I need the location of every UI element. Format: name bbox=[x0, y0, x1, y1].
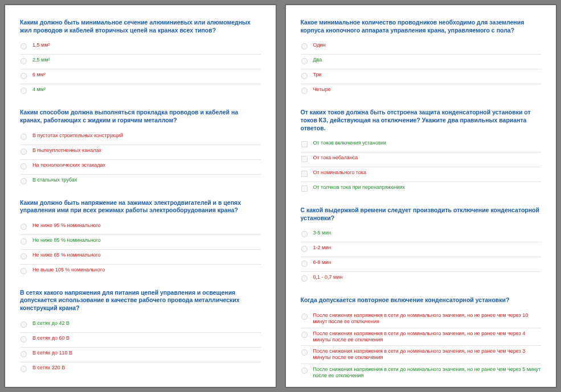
option-label: Не ниже 85 % номинального bbox=[32, 237, 261, 244]
radio-icon[interactable] bbox=[20, 320, 32, 330]
option-row: 2,5 мм² bbox=[20, 55, 261, 69]
option-label: Не ниже 65 % номинального bbox=[32, 252, 261, 258]
page-1: Каким должно быть минимальное сечение ал… bbox=[5, 5, 276, 387]
radio-icon[interactable] bbox=[20, 72, 32, 81]
option-list: 3-5 мин 1-2 мин 6-8 мин 0,1 - 0,7 мин bbox=[301, 228, 542, 286]
option-row: В сетях до 42 В bbox=[20, 318, 261, 333]
option-list: 1,5 мм² 2,5 мм² 6 мм² 4 мм² bbox=[20, 40, 261, 98]
question-title: В сетях какого напряжения для питания це… bbox=[20, 289, 261, 312]
radio-icon[interactable] bbox=[20, 267, 32, 277]
option-label: Один bbox=[313, 42, 542, 48]
radio-icon[interactable] bbox=[301, 348, 313, 358]
option-row: После снижения напряжения в сети до номи… bbox=[301, 346, 542, 364]
option-row: В сетях до 110 В bbox=[20, 348, 261, 362]
option-label: После снижения напряжения в сети до номи… bbox=[313, 331, 542, 344]
radio-icon[interactable] bbox=[301, 312, 313, 322]
radio-icon[interactable] bbox=[20, 42, 32, 52]
option-label: От токов включения установки bbox=[313, 140, 542, 146]
option-row: Не ниже 85 % номинального bbox=[20, 235, 261, 250]
radio-icon[interactable] bbox=[301, 274, 313, 284]
option-label: 2,5 мм² bbox=[32, 57, 261, 63]
radio-icon[interactable] bbox=[20, 162, 32, 172]
question-block: Каким должно быть напряжение на зажимах … bbox=[20, 199, 261, 279]
question-block: Каким способом должна выполняться прокла… bbox=[20, 109, 261, 188]
checkbox-icon[interactable] bbox=[301, 170, 313, 179]
option-row: Два bbox=[301, 55, 542, 69]
radio-icon[interactable] bbox=[20, 237, 32, 247]
option-label: 4 мм² bbox=[32, 86, 261, 93]
option-row: После снижения напряжения в сети до номи… bbox=[301, 328, 542, 346]
checkbox-icon[interactable] bbox=[301, 184, 313, 194]
option-label: 0,1 - 0,7 мин bbox=[313, 274, 542, 280]
checkbox-icon[interactable] bbox=[301, 155, 313, 164]
radio-icon[interactable] bbox=[301, 259, 313, 269]
radio-icon[interactable] bbox=[20, 86, 32, 96]
radio-icon[interactable] bbox=[301, 72, 313, 81]
option-row: От толчков тока при перенапряжениях bbox=[301, 182, 542, 196]
question-block: В сетях какого напряжения для питания це… bbox=[20, 289, 261, 377]
question-title: Каким должно быть напряжение на зажимах … bbox=[20, 199, 261, 214]
option-label: Три bbox=[313, 72, 542, 78]
option-label: В пылеуплотненных каналах bbox=[32, 147, 261, 154]
option-row: Не ниже 95 % номинального bbox=[20, 220, 261, 235]
question-title: Каким должно быть минимальное сечение ал… bbox=[20, 19, 261, 34]
radio-icon[interactable] bbox=[20, 177, 32, 187]
option-row: В пылеуплотненных каналах bbox=[20, 145, 261, 160]
option-label: В сетях до 42 В bbox=[32, 320, 261, 327]
option-row: После снижения напряжения в сети до номи… bbox=[301, 364, 542, 382]
option-row: В сетях 220 В bbox=[20, 362, 261, 377]
option-row: От номинального тока bbox=[301, 167, 542, 182]
option-row: На технологических эстакадах bbox=[20, 160, 261, 175]
option-row: Три bbox=[301, 69, 542, 84]
option-row: Четыре bbox=[301, 84, 542, 98]
option-label: После снижения напряжения в сети до номи… bbox=[313, 366, 542, 379]
radio-icon[interactable] bbox=[301, 42, 313, 52]
option-row: Один bbox=[301, 40, 542, 55]
radio-icon[interactable] bbox=[20, 350, 32, 360]
option-label: 1-2 мин bbox=[313, 245, 542, 251]
radio-icon[interactable] bbox=[301, 331, 313, 340]
option-label: От номинального тока bbox=[313, 170, 542, 176]
option-label: От толчков тока при перенапряжениях bbox=[313, 184, 542, 191]
radio-icon[interactable] bbox=[20, 365, 32, 374]
document-viewport: Каким должно быть минимальное сечение ал… bbox=[0, 0, 561, 392]
radio-icon[interactable] bbox=[20, 133, 32, 142]
option-row: 6-8 мин bbox=[301, 257, 542, 272]
question-title: С какой выдержкой времени следует произв… bbox=[301, 207, 542, 222]
option-label: После снижения напряжения в сети до номи… bbox=[313, 312, 542, 325]
option-row: В пустотах строительных конструкций bbox=[20, 130, 261, 145]
checkbox-icon[interactable] bbox=[301, 140, 313, 150]
radio-icon[interactable] bbox=[301, 57, 313, 67]
radio-icon[interactable] bbox=[20, 222, 32, 232]
option-label: 6 мм² bbox=[32, 72, 261, 78]
radio-icon[interactable] bbox=[20, 335, 32, 345]
radio-icon[interactable] bbox=[301, 230, 313, 240]
radio-icon[interactable] bbox=[20, 57, 32, 67]
option-label: От тока небаланса bbox=[313, 155, 542, 161]
option-label: В сетях 220 В bbox=[32, 365, 261, 371]
option-label: В пустотах строительных конструкций bbox=[32, 133, 261, 139]
option-list: От токов включения установки От тока неб… bbox=[301, 138, 542, 196]
question-block: С какой выдержкой времени следует произв… bbox=[301, 207, 542, 286]
option-list: В пустотах строительных конструкций В пы… bbox=[20, 130, 261, 189]
option-label: Не выше 105 % номинального bbox=[32, 267, 261, 273]
option-label: На технологических эстакадах bbox=[32, 162, 261, 168]
option-list: В сетях до 42 В В сетях до 60 В В сетях … bbox=[20, 318, 261, 377]
radio-icon[interactable] bbox=[20, 252, 32, 262]
option-label: В сетях до 110 В bbox=[32, 350, 261, 356]
radio-icon[interactable] bbox=[20, 147, 32, 157]
option-label: После снижения напряжения в сети до номи… bbox=[313, 348, 542, 361]
question-title: От каких токов должна быть отстроена защ… bbox=[301, 109, 542, 132]
radio-icon[interactable] bbox=[301, 366, 313, 376]
radio-icon[interactable] bbox=[301, 86, 313, 96]
option-row: В сетях до 60 В bbox=[20, 333, 261, 348]
option-label: В сетях до 60 В bbox=[32, 335, 261, 341]
question-title: Когда допускается повторное включение ко… bbox=[301, 296, 542, 304]
option-row: 1-2 мин bbox=[301, 242, 542, 257]
radio-icon[interactable] bbox=[301, 245, 313, 254]
option-label: Четыре bbox=[313, 86, 542, 93]
option-label: 3-5 мин bbox=[313, 230, 542, 236]
option-row: Не выше 105 % номинального bbox=[20, 265, 261, 279]
question-title: Каким способом должна выполняться прокла… bbox=[20, 109, 261, 124]
option-row: 1,5 мм² bbox=[20, 40, 261, 55]
